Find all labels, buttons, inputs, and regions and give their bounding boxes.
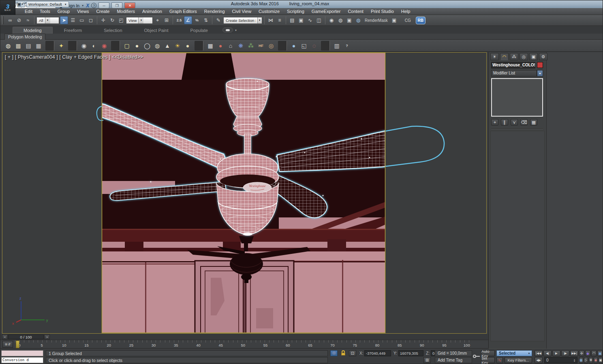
ribbon-toggle-icon[interactable]: ▣ — [297, 16, 305, 24]
key-mode-toggle[interactable]: ◀▶ — [535, 357, 543, 363]
key-filters-button[interactable]: Key Filters... — [505, 357, 532, 363]
menu-item[interactable]: Views — [73, 9, 92, 14]
menu-item[interactable]: Edit — [21, 9, 36, 14]
maximize-button[interactable]: ❐ — [111, 2, 122, 9]
select-and-scale-icon[interactable]: ◰ — [117, 16, 125, 24]
align-icon[interactable]: ≡ — [276, 16, 284, 24]
maxscript-listener-line[interactable]: Conversion d — [1, 357, 43, 363]
timeline[interactable]: ⊞⇵ 0510152025303540455055606570758085909… — [0, 340, 488, 349]
tab-motion-icon[interactable]: ◎ — [520, 53, 528, 60]
maximize-viewport-toggle-icon[interactable]: ▣ — [599, 357, 603, 363]
select-and-rotate-icon[interactable]: ↻ — [108, 16, 116, 24]
grass-icon[interactable]: ⁂ — [246, 41, 255, 51]
menu-item[interactable]: Animation — [139, 9, 166, 14]
help-icon[interactable]: ? — [91, 3, 96, 8]
dashed-ball-icon[interactable]: ◌ — [310, 41, 319, 51]
minimize-button[interactable]: ─ — [98, 2, 109, 9]
x-coordinate-field[interactable]: -37040,449 — [364, 350, 391, 356]
menu-item[interactable]: Create — [92, 9, 113, 14]
render-production-icon[interactable]: ◍ — [354, 16, 362, 24]
hf-brush-icon[interactable]: HF — [257, 41, 265, 51]
help-icon[interactable]: ? — [342, 41, 351, 51]
menu-item[interactable]: Content — [344, 9, 367, 14]
unlink-selection-icon[interactable]: ⊘ — [15, 16, 23, 24]
tab-modeling[interactable]: Modeling — [13, 27, 53, 34]
tab-freeform[interactable]: Freeform — [53, 27, 93, 34]
menu-item[interactable]: Tools — [36, 9, 54, 14]
menu-item[interactable]: GameExporter — [308, 9, 344, 14]
select-and-place-icon[interactable]: ⌖ — [154, 16, 162, 24]
select-and-move-icon[interactable]: ✛ — [99, 16, 107, 24]
configure-modifier-sets-button[interactable]: ▦ — [530, 119, 537, 126]
egg-icon[interactable]: ● — [183, 41, 192, 51]
zoom-extents-selected-icon[interactable]: ◆ — [585, 350, 590, 356]
menu-item[interactable]: Scripting — [283, 9, 308, 14]
go-to-end-button[interactable]: ▶▶| — [570, 350, 578, 356]
close-button[interactable]: ✕ — [124, 2, 135, 9]
viewport-canvas[interactable]: Westinghouse — [2, 53, 486, 333]
image-icon[interactable]: ▩ — [14, 41, 23, 51]
menu-item[interactable]: Graph Editors — [166, 9, 201, 14]
menu-item[interactable]: Group — [54, 9, 74, 14]
tab-object-paint[interactable]: Object Paint — [134, 27, 179, 34]
select-and-link-icon[interactable]: ∞ — [6, 16, 14, 24]
rectangular-selection-region-icon[interactable]: ▭ — [78, 16, 86, 24]
open-mini-curve-editor-button[interactable]: ⊞⇵ — [2, 341, 13, 348]
checker-map-icon[interactable]: ▦ — [206, 41, 215, 51]
blue-sphere-icon[interactable]: ● — [289, 41, 298, 51]
tab-hierarchy-icon[interactable]: ⁂ — [510, 53, 518, 60]
menu-item[interactable]: Help — [398, 9, 414, 14]
selection-filter-dropdown[interactable]: All▼ — [36, 17, 59, 24]
pin-stack-button[interactable]: ⌖ — [491, 119, 498, 126]
edit-named-selection-sets-icon[interactable]: ✎ — [214, 16, 222, 24]
make-unique-button[interactable]: ⋎ — [511, 119, 518, 126]
select-object-icon[interactable]: ➤ — [60, 16, 68, 24]
rendered-frame-window-icon[interactable]: ▣ — [345, 16, 353, 24]
y-coordinate-field[interactable]: 16079,305 — [398, 350, 423, 356]
layers-stack-icon[interactable]: ▥ — [332, 41, 341, 51]
set-key-button[interactable]: Set Key — [481, 357, 495, 363]
selection-lock-toggle[interactable]: ☉ — [330, 350, 338, 356]
tab-selection[interactable]: Selection — [93, 27, 133, 34]
object-name-field[interactable]: Westinghouse_COLOSSEU — [491, 62, 535, 68]
macro-recorder-icon[interactable]: ⊞ — [423, 357, 431, 363]
pan-view-icon[interactable]: ✥ — [589, 357, 593, 363]
workspace-dropdown[interactable]: Workspace: Default▼ — [26, 1, 69, 7]
frame-range-display[interactable]: 0 / 100 — [8, 334, 44, 339]
tab-populate[interactable]: Populate — [180, 27, 218, 34]
reference-coordinate-dropdown[interactable]: View▼ — [126, 17, 153, 24]
curve-editor-icon[interactable]: ∿ — [306, 16, 314, 24]
menu-item[interactable]: Print Studio — [367, 9, 398, 14]
render-setup-icon[interactable]: ◍ — [336, 16, 344, 24]
angle-snap-toggle-icon[interactable]: ∠ — [184, 16, 192, 24]
viewport-layout-icon[interactable]: ▣ — [597, 350, 603, 356]
table-view-icon[interactable]: ▦ — [34, 41, 43, 51]
mirror-icon[interactable]: ⋈ — [267, 16, 275, 24]
donut-icon[interactable]: ◎ — [267, 41, 276, 51]
ribbon-minimize-caret-icon[interactable]: ▼ — [235, 29, 237, 32]
light-icon[interactable]: ✦ — [57, 41, 66, 51]
time-configuration-icon[interactable]: ▦ — [579, 357, 583, 363]
orbit-camera-icon[interactable]: ◉ — [594, 357, 598, 363]
sign-in-caret-icon[interactable]: ▼ — [81, 4, 84, 7]
object-color-swatch[interactable] — [537, 62, 543, 68]
undo-icon[interactable]: ↶ — [21, 2, 25, 7]
modifier-list-dropdown[interactable]: Modifier List ▼ — [491, 70, 543, 77]
previous-frame-button[interactable]: ◀| — [543, 350, 552, 356]
ribbon-minimize-button[interactable] — [222, 28, 233, 32]
maxscript-mini-listener[interactable] — [1, 350, 43, 356]
rb-plugin-button[interactable]: RB — [416, 17, 426, 24]
cone-primitive-icon[interactable]: ▲ — [163, 41, 172, 51]
select-by-name-icon[interactable]: ☰ — [69, 16, 77, 24]
video-camera-icon[interactable]: ◉ — [100, 41, 109, 51]
show-end-result-button[interactable]: ∥ — [501, 119, 508, 126]
tab-display-icon[interactable]: ▣ — [529, 53, 538, 60]
viewport[interactable]: [ + ] [ PhysCamera004 ] [ Clay + Edged F… — [2, 52, 487, 334]
tab-create-icon[interactable]: ☀ — [490, 53, 499, 60]
toolbar-grip[interactable] — [2, 16, 4, 24]
render-last-icon[interactable]: ▣ — [390, 16, 398, 24]
noise-ball-icon[interactable]: ● — [216, 41, 225, 51]
menu-item[interactable]: Civil View — [229, 9, 255, 14]
tower-icon[interactable]: ⌂ — [226, 41, 235, 51]
snaps-toggle-icon[interactable]: 2.5 — [175, 16, 183, 24]
